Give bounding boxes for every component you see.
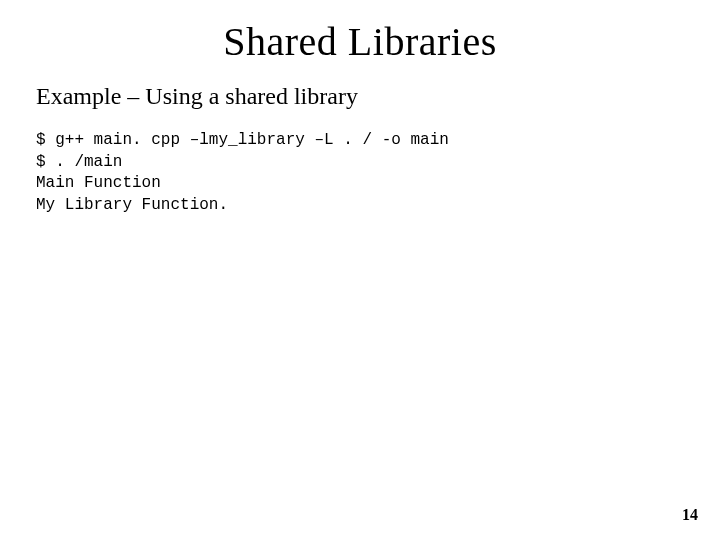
slide: Shared Libraries Example – Using a share… [0, 0, 720, 540]
code-block: $ g++ main. cpp –lmy_library –L . / -o m… [36, 130, 684, 216]
code-line: Main Function [36, 174, 161, 192]
code-line: My Library Function. [36, 196, 228, 214]
page-number: 14 [682, 506, 698, 524]
code-line: $ . /main [36, 153, 122, 171]
slide-title: Shared Libraries [36, 18, 684, 65]
code-line: $ g++ main. cpp –lmy_library –L . / -o m… [36, 131, 449, 149]
slide-subtitle: Example – Using a shared library [36, 83, 684, 110]
